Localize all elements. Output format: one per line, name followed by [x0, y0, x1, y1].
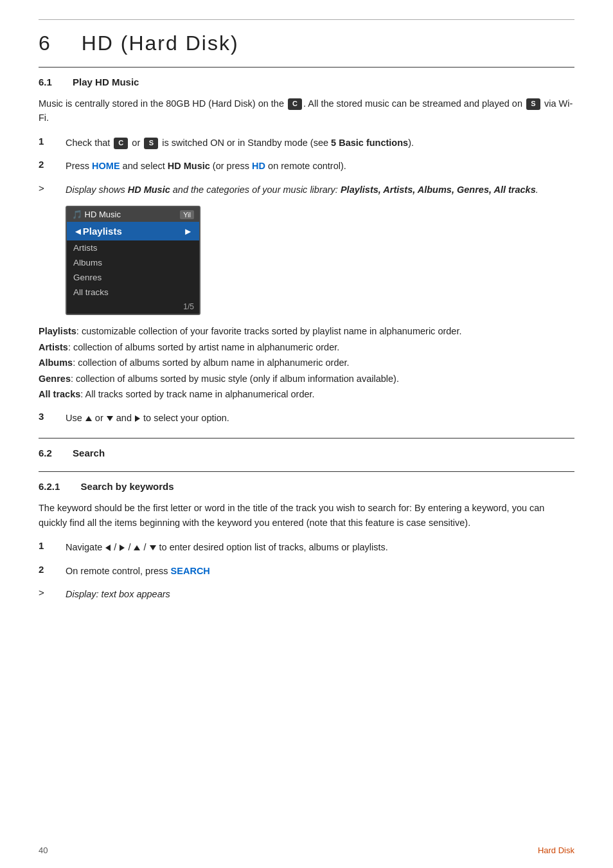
arrow-down-icon: [107, 416, 113, 421]
nav-up-icon: [134, 545, 140, 550]
menu-item-alltracks: All tracks: [67, 285, 199, 300]
page: 6 HD (Hard Disk) 6.1 Play HD Music Music…: [0, 0, 613, 868]
menu-footer: 1/5: [67, 300, 199, 314]
playlists-arrow: ►: [183, 226, 193, 237]
step-6-2-1-num-2: 2: [39, 564, 66, 575]
step-6-2-1-result-text: Display: text box appears: [66, 587, 574, 601]
step-1-content: Check that or is switched ON or in Stand…: [66, 136, 574, 150]
icon-s-check: [144, 138, 158, 149]
section-rule-6-2: [39, 438, 574, 439]
section-6-1-heading: 6.1 Play HD Music: [39, 77, 574, 87]
chapter-heading: 6 HD (Hard Disk): [39, 32, 574, 55]
icon-s-device: [526, 98, 540, 110]
menu-page-indicator: 1/5: [183, 302, 194, 311]
section-6-2-1-title: Search by keywords: [81, 481, 174, 492]
step-6-1-3: 3 Use or and to select your option.: [39, 411, 574, 425]
description-list: Playlists: customizable collection of yo…: [39, 324, 574, 401]
menu-title-icon: 🎵 HD Music: [72, 210, 121, 219]
step-6-2-1-2: 2 On remote control, press SEARCH: [39, 564, 574, 578]
chapter-number: 6: [39, 32, 51, 55]
section-6-2-1-heading: 6.2.1 Search by keywords: [39, 481, 574, 492]
step-num-1: 1: [39, 136, 66, 147]
step-6-2-1-content-1: Navigate / / / to enter desired option l…: [66, 540, 574, 554]
section-6-1-intro: Music is centrally stored in the 80GB HD…: [39, 96, 574, 125]
menu-item-albums: Albums: [67, 255, 199, 270]
section-6-2-1-num: 6.2.1: [39, 481, 60, 492]
section-rule-6-2-1: [39, 471, 574, 472]
section-6-2-title: Search: [73, 448, 105, 458]
step-2-result: > Display shows HD Music and the categor…: [39, 183, 574, 197]
chapter-title: HD (Hard Disk): [82, 32, 239, 55]
icon-c-check: [114, 138, 128, 149]
menu-title-bar: 🎵 HD Music Yil: [67, 207, 199, 222]
step-2-result-text: Display shows HD Music and the categorie…: [66, 183, 574, 197]
nav-left-icon: [105, 545, 111, 551]
nav-right-icon: [120, 545, 125, 551]
desc-albums: Albums: collection of albums sorted by a…: [39, 356, 574, 370]
hd-keyword: HD: [252, 161, 265, 171]
menu-item-playlists-selected: ◄Playlists ►: [67, 222, 199, 240]
section-rule-6-1: [39, 67, 574, 68]
desc-alltracks: All tracks: All tracks sorted by track n…: [39, 387, 574, 401]
icon-c-device: [288, 98, 302, 110]
section-6-1-title: Play HD Music: [73, 77, 139, 87]
step-6-2-1-content-2: On remote control, press SEARCH: [66, 564, 574, 578]
step-2-content: Press HOME and select HD Music (or press…: [66, 159, 574, 173]
desc-playlists: Playlists: customizable collection of yo…: [39, 324, 574, 338]
menu-screenshot: 🎵 HD Music Yil ◄Playlists ► Artists Albu…: [66, 206, 200, 315]
result-arrow: >: [39, 183, 66, 194]
step-num-2: 2: [39, 159, 66, 170]
menu-title-badge: Yil: [180, 210, 194, 219]
nav-down-icon: [150, 545, 156, 550]
desc-artists: Artists: collection of albums sorted by …: [39, 340, 574, 354]
desc-genres: Genres: collection of albums sorted by m…: [39, 372, 574, 386]
playlists-label: ◄Playlists: [73, 226, 122, 237]
section-6-1-num: 6.1: [39, 77, 52, 87]
step-6-1-1: 1 Check that or is switched ON or in Sta…: [39, 136, 574, 150]
step-3-content: Use or and to select your option.: [66, 411, 574, 425]
footer-section-label: Hard Disk: [538, 845, 574, 855]
footer-page-num: 40: [39, 845, 48, 855]
step-6-2-1-1: 1 Navigate / / / to enter desired option…: [39, 540, 574, 554]
arrow-up-icon: [85, 416, 92, 421]
menu-item-genres: Genres: [67, 270, 199, 285]
home-keyword: HOME: [92, 161, 120, 171]
section-6-2-num: 6.2: [39, 448, 52, 458]
section-6-2-heading: 6.2 Search: [39, 448, 574, 458]
menu-item-artists: Artists: [67, 240, 199, 255]
step-6-2-1-result: > Display: text box appears: [39, 587, 574, 601]
step-num-3: 3: [39, 411, 66, 422]
top-rule: [39, 19, 574, 20]
footer: 40 Hard Disk: [0, 845, 613, 855]
step-6-1-2: 2 Press HOME and select HD Music (or pre…: [39, 159, 574, 173]
step-6-2-1-num-1: 1: [39, 540, 66, 551]
search-keyword: SEARCH: [171, 566, 210, 576]
result-arrow-2: >: [39, 587, 66, 598]
section-6-2-1-body: The keyword should be the first letter o…: [39, 501, 574, 530]
arrow-right-icon: [135, 415, 140, 422]
